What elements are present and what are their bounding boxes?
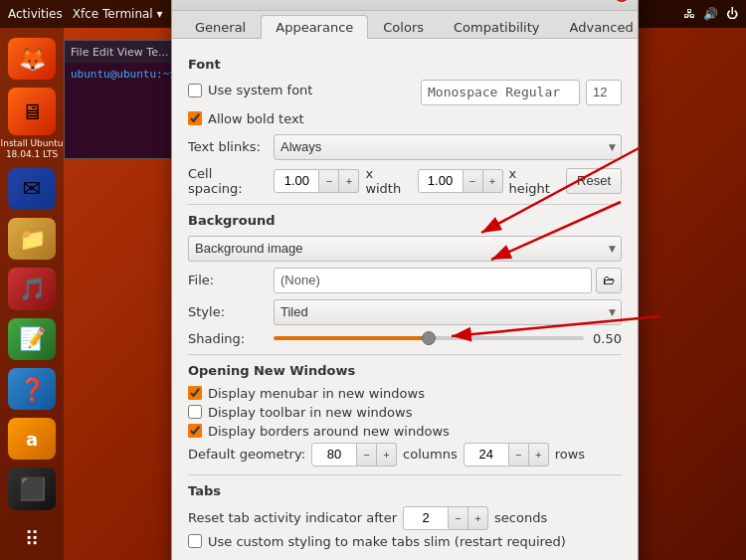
tab-appearance[interactable]: Appearance [261, 15, 368, 39]
background-section-header: Background [188, 213, 622, 228]
file-path-input[interactable] [274, 268, 592, 293]
use-system-font-checkbox[interactable] [188, 84, 202, 97]
text-blinks-label: Text blinks: [188, 139, 268, 154]
columns-input[interactable] [311, 443, 357, 467]
tab-colors[interactable]: Colors [368, 15, 439, 39]
close-button[interactable]: ✕ [614, 0, 630, 2]
display-menubar-row: Display menubar in new windows [188, 386, 622, 401]
file-input-row: 🗁 [274, 268, 622, 293]
file-browse-button[interactable]: 🗁 [596, 268, 622, 293]
columns-minus[interactable]: − [357, 443, 377, 467]
allow-bold-checkbox[interactable] [188, 111, 202, 125]
cell-spacing-width-minus[interactable]: − [319, 169, 339, 193]
reset-indicator-plus[interactable]: + [468, 506, 488, 530]
opening-windows-header: Opening New Windows [188, 363, 622, 378]
columns-spinner: − + [311, 443, 397, 467]
display-menubar-label: Display menubar in new windows [208, 386, 425, 401]
cell-spacing-width-input[interactable] [274, 169, 319, 193]
allow-bold-label: Allow bold text [208, 111, 304, 126]
cell-spacing-height-spinner: − + [418, 169, 503, 193]
background-type-select-wrapper: None (use solid color) Background image … [188, 236, 622, 262]
tab-bar: General Appearance Colors Compatibility … [172, 11, 638, 39]
text-blinks-row: Text blinks: Always Never On demand [188, 134, 622, 160]
volume-icon[interactable]: 🔊 [703, 7, 718, 21]
reset-indicator-spinner: − + [403, 506, 488, 530]
rows-input[interactable] [464, 443, 509, 467]
file-label: File: [188, 273, 268, 287]
shading-slider[interactable] [274, 336, 584, 340]
desktop: Activities Xfce Terminal ▾ Tue 08:45 🖧 🔊… [0, 0, 746, 560]
sidebar-item-libreoffice[interactable]: 📝 [8, 318, 56, 360]
columns-plus[interactable]: + [377, 443, 397, 467]
tab-general[interactable]: General [180, 15, 261, 39]
style-select[interactable]: Tiled Centered Scaled Stretched [274, 299, 622, 325]
dialog-content: Font Use system font Allow bold text [172, 39, 638, 561]
custom-styling-label: Use custom styling to make tabs slim (re… [208, 534, 566, 549]
section-divider [188, 204, 622, 205]
x-height-label: x height [509, 166, 561, 196]
taskbar-right: 🖧 🔊 ⏻ [683, 7, 738, 21]
install-ubuntu-label: Install Ubuntu 18.04.1 LTS [0, 138, 64, 160]
sidebar: 🦊 🖥 Install Ubuntu 18.04.1 LTS ✉️ 📁 🎵 📝 … [0, 28, 64, 560]
cell-spacing-width-spinner: − + [274, 169, 359, 193]
sidebar-item-install-ubuntu[interactable]: 🖥 Install Ubuntu 18.04.1 LTS [0, 88, 64, 160]
file-row: File: 🗁 [188, 268, 622, 293]
geometry-row: Default geometry: − + columns − + rows [188, 443, 622, 467]
seconds-label: seconds [494, 510, 547, 525]
shading-slider-row: 0.50 [274, 331, 622, 346]
text-blinks-select-wrapper: Always Never On demand [274, 134, 622, 160]
sidebar-item-terminal[interactable]: ⬛ [8, 467, 56, 509]
tab-compatibility[interactable]: Compatibility [439, 15, 555, 39]
app-menu[interactable]: Xfce Terminal ▾ [73, 7, 163, 21]
reset-indicator-minus[interactable]: − [449, 506, 468, 530]
sidebar-item-rhythmbox[interactable]: 🎵 [8, 268, 56, 309]
sidebar-item-thunderbird[interactable]: ✉️ [8, 168, 56, 210]
sidebar-item-firefox[interactable]: 🦊 [8, 38, 56, 80]
power-icon[interactable]: ⏻ [726, 7, 738, 21]
install-ubuntu-icon: 🖥 [8, 88, 56, 135]
rows-minus[interactable]: − [509, 443, 529, 467]
display-toolbar-label: Display toolbar in new windows [208, 405, 412, 420]
cell-spacing-reset-button[interactable]: Reset [566, 168, 622, 194]
cell-spacing-width-plus[interactable]: + [339, 169, 359, 193]
section-divider-3 [188, 474, 622, 475]
sidebar-item-help[interactable]: ❓ [8, 368, 56, 410]
use-system-font-row: Use system font [188, 80, 622, 105]
display-toolbar-checkbox[interactable] [188, 405, 202, 419]
reset-indicator-label: Reset tab activity indicator after [188, 510, 397, 525]
font-name-input[interactable] [421, 80, 580, 105]
tab-advanced[interactable]: Advanced [555, 15, 649, 39]
sidebar-item-apps[interactable]: ⠿ [8, 518, 56, 560]
rows-spinner: − + [464, 443, 549, 467]
background-type-select[interactable]: None (use solid color) Background image … [188, 236, 622, 262]
sidebar-item-amazon[interactable]: a [8, 418, 56, 460]
rows-plus[interactable]: + [529, 443, 549, 467]
background-type-row: None (use solid color) Background image … [188, 236, 622, 262]
cell-spacing-row: Cell spacing: − + x width − + x height R… [188, 166, 622, 196]
dialog-overlay: Terminal Preferences ✕ General Appearanc… [64, 28, 746, 560]
sidebar-item-files[interactable]: 📁 [8, 218, 56, 260]
text-blinks-select[interactable]: Always Never On demand [274, 134, 622, 160]
rows-label: rows [555, 447, 585, 462]
terminal-preferences-dialog: Terminal Preferences ✕ General Appearanc… [171, 0, 639, 560]
cell-spacing-height-input[interactable] [418, 169, 464, 193]
custom-styling-checkbox[interactable] [188, 534, 202, 548]
taskbar-left: Activities Xfce Terminal ▾ [8, 7, 163, 21]
display-borders-row: Display borders around new windows [188, 424, 622, 439]
use-system-font-checkbox-row: Use system font [188, 83, 312, 97]
cell-spacing-height-plus[interactable]: + [483, 169, 503, 193]
geometry-label: Default geometry: [188, 447, 305, 462]
display-borders-checkbox[interactable] [188, 424, 202, 438]
font-section-header: Font [188, 57, 622, 72]
columns-label: columns [403, 447, 458, 462]
allow-bold-row: Allow bold text [188, 111, 622, 126]
dialog-title: Terminal Preferences [196, 0, 614, 2]
cell-spacing-height-minus[interactable]: − [464, 169, 483, 193]
tabs-section-header: Tabs [188, 483, 622, 498]
display-menubar-checkbox[interactable] [188, 386, 202, 400]
display-borders-label: Display borders around new windows [208, 424, 450, 439]
style-select-wrapper: Tiled Centered Scaled Stretched [274, 299, 622, 325]
reset-indicator-input[interactable] [403, 506, 449, 530]
font-size-input[interactable] [586, 80, 622, 105]
activities-button[interactable]: Activities [8, 7, 63, 21]
